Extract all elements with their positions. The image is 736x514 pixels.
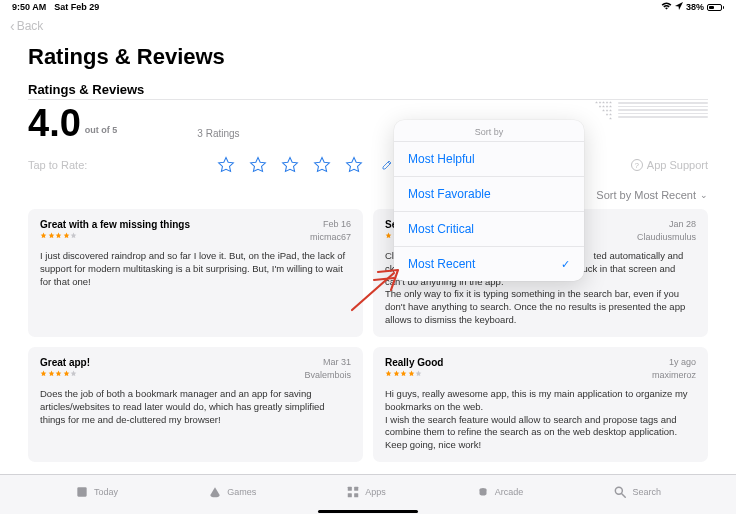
tab-bar: Today Games Apps Arcade Search xyxy=(0,474,736,514)
section-title: Ratings & Reviews xyxy=(28,82,144,97)
review-stars xyxy=(40,232,77,242)
popup-item-most-critical[interactable]: Most Critical xyxy=(394,211,584,246)
tab-search[interactable]: Search xyxy=(613,485,661,499)
svg-line-7 xyxy=(622,493,626,497)
app-support-button[interactable]: ? App Support xyxy=(631,159,708,171)
popup-title: Sort by xyxy=(394,120,584,141)
games-icon xyxy=(208,485,222,499)
back-label: Back xyxy=(17,19,44,33)
rate-star-1[interactable] xyxy=(217,156,235,174)
home-indicator[interactable] xyxy=(318,510,418,513)
review-body: Does the job of both a bookmark manager … xyxy=(40,388,351,426)
arcade-icon xyxy=(476,485,490,499)
tap-to-rate-label: Tap to Rate: xyxy=(28,159,87,171)
compose-icon xyxy=(381,159,393,171)
popup-item-most-recent[interactable]: Most Recent✓ xyxy=(394,246,584,281)
svg-rect-4 xyxy=(354,493,358,497)
sort-popup: Sort by Most Helpful Most Favorable Most… xyxy=(394,120,584,281)
status-date: Sat Feb 29 xyxy=(54,2,99,12)
sort-label: Sort by Most Recent xyxy=(596,189,696,201)
review-author: micmac67 xyxy=(310,232,351,242)
rating-summary: 4.0 out of 5 3 Ratings xyxy=(28,104,708,142)
review-date: 1y ago xyxy=(669,357,696,367)
review-card[interactable]: Great with a few missing things Feb 16 m… xyxy=(28,209,363,337)
reviews-grid: Great with a few missing things Feb 16 m… xyxy=(28,209,708,462)
review-title: Great with a few missing things xyxy=(40,219,190,230)
tab-today[interactable]: Today xyxy=(75,485,118,499)
section-header: Ratings & Reviews xyxy=(28,82,708,100)
apps-icon xyxy=(346,485,360,499)
review-date: Jan 28 xyxy=(669,219,696,229)
battery-percent: 38% xyxy=(686,2,704,12)
search-icon xyxy=(613,485,627,499)
chevron-down-icon: ⌄ xyxy=(700,190,708,200)
nav-bar: ‹ Back xyxy=(0,14,736,38)
rate-star-4[interactable] xyxy=(313,156,331,174)
status-bar: 9:50 AM Sat Feb 29 38% xyxy=(0,0,736,14)
svg-rect-2 xyxy=(354,486,358,490)
rate-row: Tap to Rate: Write a Review ? App Suppor… xyxy=(28,156,708,184)
tab-arcade[interactable]: Arcade xyxy=(476,485,524,499)
battery-icon xyxy=(707,4,724,11)
svg-rect-1 xyxy=(348,486,352,490)
back-button[interactable]: ‹ Back xyxy=(10,19,43,33)
tab-apps[interactable]: Apps xyxy=(346,485,386,499)
review-author: Bvalembois xyxy=(304,370,351,380)
chevron-left-icon: ‹ xyxy=(10,19,15,33)
review-title: Really Good xyxy=(385,357,443,368)
rating-value: 4.0 xyxy=(28,104,81,142)
rate-stars[interactable] xyxy=(217,156,363,174)
today-icon xyxy=(75,485,89,499)
status-time: 9:50 AM xyxy=(12,2,46,12)
ratings-count: 3 Ratings xyxy=(197,128,239,139)
review-title: Great app! xyxy=(40,357,90,368)
review-date: Mar 31 xyxy=(323,357,351,367)
review-date: Feb 16 xyxy=(323,219,351,229)
sort-button[interactable]: Sort by Most Recent ⌄ xyxy=(28,184,708,209)
review-card[interactable]: Really Good 1y ago maximeroz Hi guys, re… xyxy=(373,347,708,462)
app-support-label: App Support xyxy=(647,159,708,171)
ratings-bars xyxy=(595,101,708,120)
review-body: I just discovered raindrop and so far I … xyxy=(40,250,351,288)
page-title: Ratings & Reviews xyxy=(28,44,708,70)
review-author: maximeroz xyxy=(652,370,696,380)
svg-rect-3 xyxy=(348,493,352,497)
review-body: Hi guys, really awesome app, this is my … xyxy=(385,388,696,452)
rate-star-5[interactable] xyxy=(345,156,363,174)
review-card[interactable]: Great app! Mar 31 Bvalembois Does the jo… xyxy=(28,347,363,462)
tab-games[interactable]: Games xyxy=(208,485,256,499)
rating-out-of: out of 5 xyxy=(85,125,118,135)
review-stars xyxy=(40,370,77,380)
wifi-icon xyxy=(661,2,672,12)
check-icon: ✓ xyxy=(561,258,570,271)
review-author: Claudiusmulus xyxy=(637,232,696,242)
svg-rect-0 xyxy=(77,487,86,496)
review-stars xyxy=(385,370,422,380)
rate-star-3[interactable] xyxy=(281,156,299,174)
rate-star-2[interactable] xyxy=(249,156,267,174)
popup-item-most-favorable[interactable]: Most Favorable xyxy=(394,176,584,211)
question-icon: ? xyxy=(631,159,643,171)
location-icon xyxy=(675,2,683,12)
popup-item-most-helpful[interactable]: Most Helpful xyxy=(394,141,584,176)
